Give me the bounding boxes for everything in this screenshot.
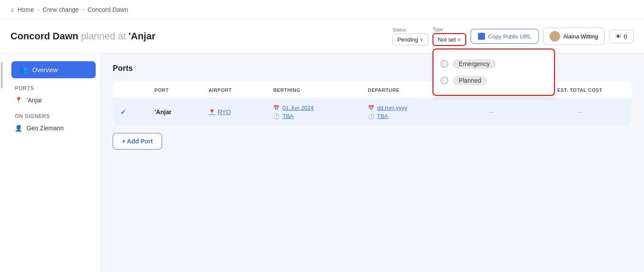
airport-location-icon: 📍 xyxy=(208,109,215,115)
sidebar-item-geo[interactable]: 👤 Geo Ziemann xyxy=(7,121,100,135)
type-caret: ∨ xyxy=(457,37,461,42)
type-label: Type xyxy=(433,27,443,32)
type-option-emergency-label: Emergency xyxy=(453,59,496,69)
location-icon: 📍 xyxy=(15,97,22,104)
row-departure: 📅 dd.mm.yyyy 🕐 TBA xyxy=(361,98,454,126)
row-port-name: 'Anjar xyxy=(148,98,202,126)
berthing-date-icon: 📅 xyxy=(273,105,280,111)
row-berthing: 📅 01 Jun 2024 🕐 TBA xyxy=(266,98,360,126)
breadcrumb-home[interactable]: Home xyxy=(17,6,34,13)
row-est-cost: -- xyxy=(528,98,632,126)
ports-section-label: Ports xyxy=(7,79,100,93)
user-button[interactable]: Alaina Witting xyxy=(543,28,604,45)
row-port-stay: -- xyxy=(454,98,528,126)
berthing-time[interactable]: TBA xyxy=(282,113,293,119)
overview-icon: 👥 xyxy=(19,66,28,74)
add-port-button[interactable]: + Add Port xyxy=(113,133,162,150)
type-dropdown-wrapper: Type Not set ∨ Emergency Planned xyxy=(433,27,466,46)
header-controls: Status Pending ∨ Type Not set ∨ Emergenc… xyxy=(392,27,634,46)
eye-count: 0 xyxy=(624,33,627,40)
departure-time[interactable]: TBA xyxy=(377,113,388,119)
status-label: Status xyxy=(392,27,406,32)
overview-label: Overview xyxy=(32,66,58,73)
table-row: ✓ 'Anjar 📍 RYO 📅 xyxy=(113,98,632,126)
on-signers-section-label: On signers xyxy=(7,107,100,121)
eye-button[interactable]: 👁 0 xyxy=(609,30,634,43)
type-group: Type Not set ∨ xyxy=(433,27,466,46)
sidebar-scrollbar[interactable] xyxy=(1,62,3,88)
breadcrumb: ⌂ Home › Crew change › Concord Dawn xyxy=(0,0,644,20)
type-value: Not set xyxy=(438,36,456,43)
status-caret: ∨ xyxy=(420,37,423,42)
main-content: Ports PORT AIRPORT BERTHING DEPARTURE PO… xyxy=(100,53,644,272)
check-icon: ✓ xyxy=(120,108,126,116)
status-group: Status Pending ∨ xyxy=(392,27,428,45)
header-port-name: 'Anjar xyxy=(128,31,155,42)
col-select xyxy=(113,82,148,98)
port-anjar-label: 'Anjar xyxy=(27,97,42,104)
radio-planned xyxy=(440,77,448,84)
vessel-name: Concord Dawn xyxy=(10,31,78,42)
breadcrumb-sep-2: › xyxy=(82,7,84,13)
breadcrumb-current: Concord Dawn xyxy=(87,6,128,13)
url-icon xyxy=(478,33,485,40)
type-popup: Emergency Planned xyxy=(433,49,555,96)
home-icon: ⌂ xyxy=(10,6,14,13)
departure-date-icon: 📅 xyxy=(368,105,374,111)
status-dropdown[interactable]: Pending ∨ xyxy=(392,34,428,45)
page-header: Concord Dawn planned at 'Anjar Status Pe… xyxy=(0,20,644,53)
copy-url-label: Copy Public URL xyxy=(488,33,531,40)
on-signer-name: Geo Ziemann xyxy=(27,125,64,132)
eye-icon: 👁 xyxy=(616,33,621,40)
row-airport[interactable]: 📍 RYO xyxy=(201,98,266,126)
breadcrumb-sep-1: › xyxy=(38,7,39,13)
page-title: Concord Dawn planned at 'Anjar xyxy=(10,31,385,42)
status-value: Pending xyxy=(397,36,418,43)
departure-time-icon: 🕐 xyxy=(368,113,374,119)
col-airport: AIRPORT xyxy=(201,82,266,98)
copy-url-button[interactable]: Copy Public URL xyxy=(471,29,539,44)
row-check: ✓ xyxy=(113,98,148,126)
add-port-label: + Add Port xyxy=(122,138,153,145)
berthing-date[interactable]: 01 Jun 2024 xyxy=(282,105,314,111)
type-option-planned-label: Planned xyxy=(453,76,487,85)
type-dropdown[interactable]: Not set ∨ xyxy=(433,33,466,46)
departure-date[interactable]: dd.mm.yyyy xyxy=(377,105,407,111)
col-port: PORT xyxy=(148,82,202,98)
planned-at-label: planned at xyxy=(81,31,126,42)
berthing-time-icon: 🕐 xyxy=(273,113,280,119)
col-berthing: BERTHING xyxy=(266,82,360,98)
sidebar-item-overview[interactable]: 👥 Overview xyxy=(11,61,96,78)
sidebar: 👥 Overview Ports 📍 'Anjar On signers 👤 G… xyxy=(0,53,100,272)
user-name: Alaina Witting xyxy=(563,33,598,40)
breadcrumb-crew-change[interactable]: Crew change xyxy=(43,6,79,13)
sidebar-item-anjar[interactable]: 📍 'Anjar xyxy=(7,93,100,107)
airport-code: RYO xyxy=(218,108,231,115)
type-option-planned[interactable]: Planned xyxy=(440,72,547,89)
radio-emergency xyxy=(440,60,448,68)
avatar xyxy=(550,31,560,42)
person-icon: 👤 xyxy=(15,125,22,132)
type-option-emergency[interactable]: Emergency xyxy=(440,56,547,72)
